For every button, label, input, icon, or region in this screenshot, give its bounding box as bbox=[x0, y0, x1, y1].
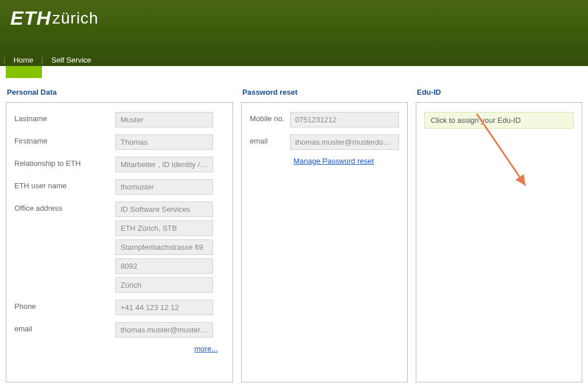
nav-self-service[interactable]: Self Service bbox=[47, 56, 95, 64]
username-label: ETH user name bbox=[14, 179, 115, 190]
office3-field: Stampfenbachstrasse 69 bbox=[115, 239, 213, 255]
logo-light: zürich bbox=[52, 9, 99, 28]
relationship-field: Mitarbeiter , ID Identity / Acc bbox=[115, 157, 213, 172]
eduid-panel-wrap: Edu-ID Click to assign your Edu-ID bbox=[416, 88, 582, 382]
firstname-label: Firstname bbox=[14, 134, 115, 145]
active-tab-indicator bbox=[6, 66, 42, 78]
logo: ETHzürich bbox=[10, 7, 99, 29]
password-reset-title: Password reset bbox=[241, 88, 408, 96]
office5-field: Zürich bbox=[115, 277, 213, 293]
logo-bold: ETH bbox=[10, 7, 51, 29]
header: ETHzürich | Home | Self Service bbox=[0, 0, 588, 66]
more-link[interactable]: more... bbox=[195, 344, 218, 353]
personal-data-title: Personal Data bbox=[6, 88, 233, 96]
nav-separator: | bbox=[41, 56, 43, 64]
pw-email-label: email bbox=[250, 134, 290, 145]
mobile-label: Mobile no. bbox=[250, 112, 290, 123]
office-label: Office address bbox=[14, 202, 115, 212]
personal-data-panel-wrap: Personal Data Lastname Muster Firstname … bbox=[6, 88, 233, 382]
nav-home[interactable]: Home bbox=[9, 56, 38, 64]
manage-password-link[interactable]: Manage Password reset bbox=[293, 157, 374, 165]
email-label: email bbox=[14, 322, 115, 333]
office2-field: ETH Zürich, STB bbox=[115, 220, 213, 236]
email-field: thomas.muster@muster.ethz bbox=[115, 322, 213, 338]
personal-data-panel: Lastname Muster Firstname Thomas Relatio… bbox=[6, 102, 233, 382]
phone-label: Phone bbox=[14, 300, 115, 311]
relationship-label: Relationship to ETH bbox=[14, 157, 115, 168]
eduid-title: Edu-ID bbox=[416, 88, 582, 96]
content: Personal Data Lastname Muster Firstname … bbox=[0, 66, 588, 388]
nav-separator: | bbox=[3, 56, 5, 64]
firstname-field: Thomas bbox=[115, 134, 213, 150]
lastname-label: Lastname bbox=[14, 112, 115, 123]
nav: | Home | Self Service bbox=[0, 53, 96, 66]
password-reset-panel: Mobile no. 0751231212 email thomas.muste… bbox=[241, 102, 408, 382]
lastname-field: Muster bbox=[115, 112, 213, 127]
office1-field: ID Software Services bbox=[115, 202, 213, 217]
pw-email-field: thomas.muster@musterdomain bbox=[290, 134, 399, 150]
assign-eduid-button[interactable]: Click to assign your Edu-ID bbox=[424, 112, 574, 129]
eduid-panel: Click to assign your Edu-ID bbox=[416, 102, 582, 382]
password-reset-panel-wrap: Password reset Mobile no. 0751231212 ema… bbox=[241, 88, 408, 382]
mobile-field: 0751231212 bbox=[290, 112, 399, 127]
phone-field: +41 44 123 12 12 bbox=[115, 300, 213, 315]
office4-field: 8092 bbox=[115, 258, 213, 274]
username-field: thomuster bbox=[115, 179, 213, 195]
